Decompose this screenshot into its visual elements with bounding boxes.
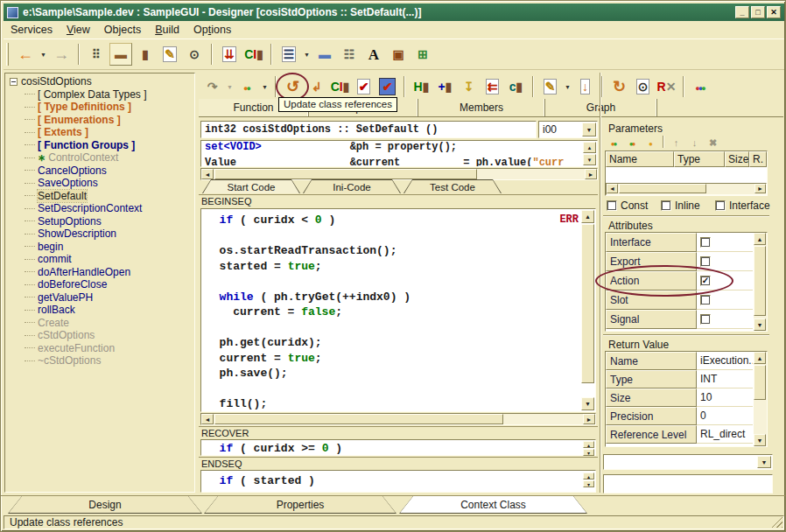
return-name-cell[interactable]: Name (606, 352, 697, 370)
import-back-button[interactable]: ⇇ (481, 76, 503, 98)
attribute-checkbox[interactable] (700, 237, 711, 248)
checkbox-box[interactable] (607, 200, 617, 211)
menu-services[interactable]: Services (4, 23, 60, 37)
stopwatch-button[interactable]: ⊙ (183, 43, 206, 66)
find-doc-button[interactable]: ⊙ (632, 76, 654, 98)
add-class-button[interactable]: +▮ (434, 76, 456, 98)
attribute-value-cell[interactable] (697, 252, 753, 271)
edit-source-button[interactable]: ✎ (158, 43, 181, 66)
return-name-cell[interactable]: Type (606, 370, 697, 388)
toolbar-grip[interactable] (6, 43, 9, 66)
attributes-vscrollbar[interactable]: ▲▼ (754, 233, 767, 331)
attribute-value-cell[interactable] (697, 233, 753, 252)
scroll-thumb[interactable] (619, 184, 706, 193)
tree-item--type-definitions-[interactable]: [ Type Definitions ] (5, 101, 194, 114)
return-value-cell[interactable]: INT (697, 370, 753, 388)
scroll-left-button[interactable]: ◄ (201, 169, 214, 179)
attribute-name-cell[interactable]: Export (606, 252, 697, 271)
minimize-button[interactable]: _ (735, 6, 749, 18)
parameters-button[interactable]: ●● (236, 76, 258, 98)
header-class-button[interactable]: H▮ (411, 76, 432, 98)
class-ref-button[interactable]: CI▮ (329, 76, 351, 98)
scroll-down-button[interactable]: ▼ (581, 397, 594, 410)
tab-ini-code[interactable]: Ini-Code (303, 179, 401, 193)
tree-item-begin[interactable]: begin (5, 241, 194, 254)
tree-item-executefunction[interactable]: executeFunction (5, 342, 194, 355)
tree-item-controlcontext[interactable]: ∗ControlContext (5, 151, 194, 164)
declaration-editor[interactable]: set<VOID> &ph = property();Value &curren… (200, 140, 598, 167)
tree-item-setupoptions[interactable]: SetupOptions (5, 215, 194, 228)
export-doc-button[interactable]: ↓ (574, 76, 596, 98)
column-header-r[interactable]: R. (749, 151, 767, 167)
scroll-down-button[interactable]: ▼ (754, 318, 766, 331)
endseq-scroll-up[interactable]: ▴ (583, 472, 594, 480)
tree-item--complex-data-types-[interactable]: [ Complex Data Types ] (5, 88, 194, 102)
scroll-up-button[interactable]: ▲ (754, 233, 766, 245)
attribute-value-cell[interactable] (697, 290, 753, 310)
attribute-name-cell[interactable]: Interface (606, 233, 697, 252)
function-signature-input[interactable]: int32 cosiStdOptions :: SetDefault () (200, 121, 537, 138)
parameters-hscrollbar[interactable]: ◄ ► (606, 183, 767, 195)
parameters-caret[interactable]: ▼ (259, 75, 270, 98)
tree-item-showdescription[interactable]: ShowDescription (5, 228, 194, 241)
tree-item-rollback[interactable]: rollBack (5, 304, 194, 317)
return-value-cell[interactable]: 0 (697, 407, 753, 425)
attribute-checkbox[interactable] (700, 314, 711, 325)
scroll-down-button[interactable]: ▼ (754, 434, 766, 446)
tree-item--function-groups-[interactable]: [ Function Groups ] (5, 139, 194, 152)
form-view-button[interactable]: ⊞ (411, 43, 434, 66)
printer-button[interactable]: ▬ (313, 43, 336, 66)
tab-graph[interactable]: Graph (545, 99, 657, 116)
tree-item-dobeforeclose[interactable]: doBeforeClose (5, 278, 194, 291)
scroll-left-button[interactable]: ◄ (607, 184, 618, 193)
tree-item-doafterhandleopen[interactable]: doAfterHandleOpen (5, 266, 194, 279)
tree-item-create[interactable]: Create (5, 317, 194, 330)
extra-combo-dropdown[interactable]: ▼ (757, 456, 771, 468)
delete-parameter-button[interactable]: ✖ (705, 135, 721, 150)
column-header-type[interactable]: Type (674, 151, 725, 167)
package-button[interactable]: ↧ (458, 76, 480, 98)
edit-notes-button[interactable]: ✎ (539, 76, 561, 98)
save-code-button[interactable]: ✔ (376, 76, 398, 98)
maximize-button[interactable]: □ (751, 6, 765, 18)
description-field[interactable] (603, 474, 773, 494)
recover-code-editor[interactable]: if ( curidx >= 0 ) ▴ ▾ (200, 439, 596, 456)
replace-refs-button[interactable]: R✕ (656, 76, 677, 98)
declaration-scroll-up[interactable]: ▲ (583, 142, 596, 153)
menu-build[interactable]: Build (148, 23, 186, 37)
beginseq-code-editor[interactable]: if ( curidx < 0 ) os.startReadTransactio… (200, 208, 596, 412)
archive-button[interactable]: ☷ (338, 43, 361, 66)
checkbox-interface[interactable]: Interface (715, 200, 770, 212)
assign-code-button[interactable]: ↲ (305, 76, 327, 98)
endseq-scroll-down[interactable]: ▾ (583, 480, 594, 487)
attribute-name-cell[interactable]: Action (606, 271, 697, 290)
tree-item-setdescriptioncontext[interactable]: SetDescriptionContext (5, 202, 194, 215)
back-button[interactable]: ← (14, 43, 37, 66)
font-button[interactable]: A (362, 43, 385, 66)
scroll-thumb[interactable] (214, 414, 503, 424)
checkbox-inline[interactable]: Inline (661, 200, 700, 212)
return-name-cell[interactable]: Size (606, 388, 697, 407)
tree-item-setdefault[interactable]: SetDefault (5, 190, 194, 203)
checkbox-const[interactable]: Const (607, 200, 648, 212)
column-header-size[interactable]: Size (725, 151, 749, 167)
tab-members[interactable]: Members (418, 99, 545, 116)
move-up-button[interactable]: ↑ (668, 135, 684, 150)
menu-options[interactable]: Options (186, 23, 238, 37)
recover-scroll-up[interactable]: ▴ (583, 441, 594, 448)
recover-scroll-down[interactable]: ▾ (583, 449, 594, 456)
code-hscrollbar[interactable]: ◄ ► (200, 413, 596, 425)
menu-view[interactable]: View (60, 23, 97, 37)
panel-divider[interactable] (600, 73, 601, 493)
scroll-right-button[interactable]: ► (754, 184, 766, 193)
scroll-thumb[interactable] (754, 365, 766, 400)
list-view-caret[interactable]: ▼ (301, 43, 312, 66)
scroll-thumb[interactable] (581, 224, 594, 383)
scroll-right-button[interactable]: ► (583, 414, 595, 424)
column-header-name[interactable]: Name (606, 151, 674, 167)
tree-item-canceloptions[interactable]: CancelOptions (5, 164, 194, 178)
tab-test-code[interactable]: Test Code (404, 179, 502, 193)
scroll-up-button[interactable]: ▲ (581, 210, 594, 223)
instance-combo[interactable]: i00 ▼ (538, 121, 598, 138)
scroll-left-button[interactable]: ◄ (201, 414, 214, 424)
